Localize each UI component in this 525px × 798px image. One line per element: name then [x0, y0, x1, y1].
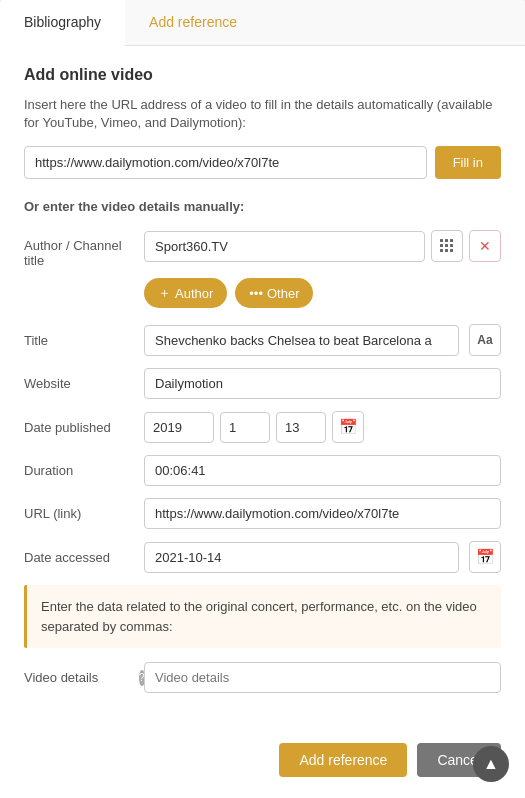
remove-author-button[interactable]: ✕: [469, 230, 501, 262]
author-input-group: ✕: [144, 230, 501, 262]
video-details-row: Video details ?: [24, 662, 501, 693]
title-row: Title Aa: [24, 324, 501, 356]
section-title: Add online video: [24, 66, 501, 84]
date-published-row: Date published 📅: [24, 411, 501, 443]
title-label: Title: [24, 333, 134, 348]
info-box: Enter the data related to the original c…: [24, 585, 501, 648]
grid-icon-button[interactable]: [431, 230, 463, 262]
date-accessed-label: Date accessed: [24, 550, 134, 565]
plus-icon: ＋: [158, 284, 171, 302]
main-content: Add online video Insert here the URL add…: [0, 46, 525, 733]
add-author-button[interactable]: ＋ Author: [144, 278, 227, 308]
other-btn-label: Other: [267, 286, 300, 301]
website-label: Website: [24, 376, 134, 391]
date-month-input[interactable]: [220, 412, 270, 443]
date-inputs: 📅: [144, 411, 501, 443]
author-channel-row: Author / Channel title ✕: [24, 230, 501, 268]
date-year-input[interactable]: [144, 412, 214, 443]
author-channel-label: Author / Channel title: [24, 230, 134, 268]
video-details-input[interactable]: [144, 662, 501, 693]
tab-bibliography[interactable]: Bibliography: [0, 0, 125, 46]
website-input[interactable]: [144, 368, 501, 399]
author-btn-label: Author: [175, 286, 213, 301]
url-row: Fill in: [24, 146, 501, 179]
date-published-calendar-button[interactable]: 📅: [332, 411, 364, 443]
video-label-group: Video details ?: [24, 670, 134, 686]
tab-bar: Bibliography Add reference: [0, 0, 525, 46]
website-row: Website: [24, 368, 501, 399]
date-published-label: Date published: [24, 420, 134, 435]
format-text-button[interactable]: Aa: [469, 324, 501, 356]
manual-label: Or enter the video details manually:: [24, 199, 501, 214]
scroll-to-top-button[interactable]: ▲: [473, 746, 509, 782]
date-accessed-row: Date accessed 📅: [24, 541, 501, 573]
title-input[interactable]: [144, 325, 459, 356]
duration-row: Duration: [24, 455, 501, 486]
duration-label: Duration: [24, 463, 134, 478]
add-other-button[interactable]: ••• Other: [235, 278, 313, 308]
author-input[interactable]: [144, 231, 425, 262]
author-other-buttons: ＋ Author ••• Other: [144, 278, 501, 308]
url-input[interactable]: [24, 146, 427, 179]
url-link-row: URL (link): [24, 498, 501, 529]
fill-in-button[interactable]: Fill in: [435, 146, 501, 179]
date-accessed-input[interactable]: [144, 542, 459, 573]
dialog: Bibliography Add reference Add online vi…: [0, 0, 525, 798]
info-box-text: Enter the data related to the original c…: [41, 597, 487, 636]
url-link-input[interactable]: [144, 498, 501, 529]
tab-add-reference[interactable]: Add reference: [125, 0, 261, 45]
url-link-label: URL (link): [24, 506, 134, 521]
video-details-label: Video details: [24, 670, 134, 685]
dots-icon: •••: [249, 286, 263, 301]
date-day-input[interactable]: [276, 412, 326, 443]
duration-input[interactable]: [144, 455, 501, 486]
date-accessed-calendar-button[interactable]: 📅: [469, 541, 501, 573]
url-description: Insert here the URL address of a video t…: [24, 96, 501, 132]
footer-buttons: Add reference Cancel: [0, 733, 525, 798]
add-reference-button[interactable]: Add reference: [279, 743, 407, 777]
